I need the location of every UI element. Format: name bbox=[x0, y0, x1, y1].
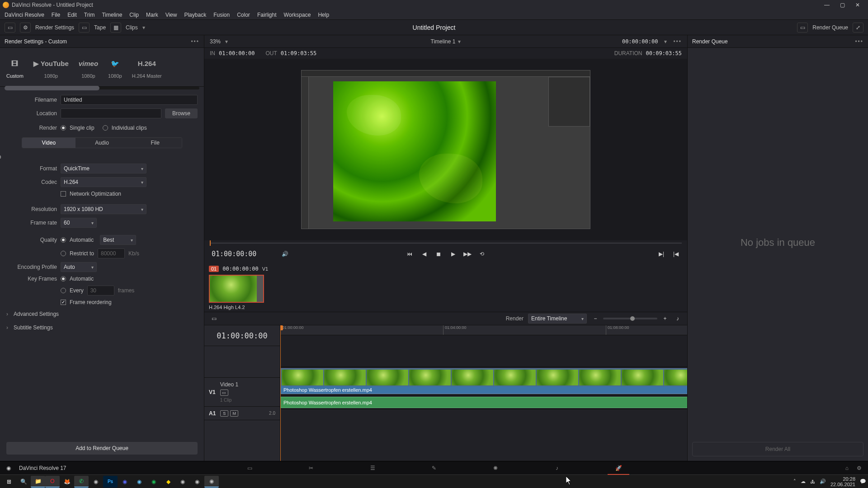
menu-app[interactable]: DaVinci Resolve bbox=[2, 11, 47, 19]
loop-icon[interactable]: ⟲ bbox=[478, 250, 486, 258]
close-button[interactable]: ✕ bbox=[850, 0, 865, 9]
first-frame-icon[interactable]: ⏮ bbox=[406, 250, 414, 258]
minimize-button[interactable]: — bbox=[819, 0, 835, 9]
mark-out-icon[interactable]: |◀ bbox=[672, 250, 680, 258]
individual-clips-radio[interactable] bbox=[103, 125, 108, 131]
v1-track[interactable]: Photoshop Wassertropfen erstellen.mp4 bbox=[280, 367, 687, 396]
page-fairlight[interactable]: ♪ bbox=[544, 461, 570, 475]
steam-icon[interactable]: ◉ bbox=[132, 476, 146, 488]
clip-index[interactable]: 01 bbox=[209, 266, 219, 272]
menu-clip[interactable]: Clip bbox=[127, 11, 142, 19]
tray-chevron-icon[interactable]: ˄ bbox=[793, 479, 796, 484]
export-video-label[interactable]: Export Video bbox=[0, 154, 1, 160]
queue-menu-icon[interactable]: ••• bbox=[855, 38, 863, 45]
menu-fairlight[interactable]: Fairlight bbox=[255, 11, 279, 19]
preset-h264[interactable]: H.264 H.264 Master bbox=[132, 56, 162, 79]
a1-track[interactable]: Photoshop Wassertropfen erstellen.mp4 bbox=[280, 396, 687, 409]
menu-help[interactable]: Help bbox=[315, 11, 332, 19]
menu-workspace[interactable]: Workspace bbox=[281, 11, 314, 19]
audio-panel-icon[interactable]: ♪ bbox=[674, 314, 682, 323]
restrict-radio[interactable] bbox=[61, 251, 66, 256]
preset-custom[interactable]: 🎞 Custom bbox=[6, 56, 24, 79]
playhead[interactable] bbox=[280, 325, 281, 461]
page-media[interactable]: ▭ bbox=[237, 461, 262, 475]
tray-volume-icon[interactable]: 🔊 bbox=[820, 479, 826, 484]
single-clip-label[interactable]: Single clip bbox=[70, 125, 94, 131]
app-icon-4[interactable]: ◉ bbox=[190, 476, 204, 488]
location-input[interactable] bbox=[61, 108, 161, 118]
kf-every-radio[interactable] bbox=[61, 288, 66, 293]
clips-dropdown-icon[interactable]: ▾ bbox=[142, 24, 145, 31]
single-clip-radio[interactable] bbox=[61, 125, 66, 131]
viewer-menu-icon[interactable]: ••• bbox=[673, 38, 682, 45]
tab-file[interactable]: File bbox=[128, 138, 182, 148]
encprof-select[interactable]: Auto bbox=[61, 262, 97, 272]
timeline-tracks[interactable]: 01:00:00:00 01:04:00:00 01:08:00:00 Phot… bbox=[280, 325, 687, 461]
tray-notifications-icon[interactable]: 💬 bbox=[860, 479, 866, 484]
clips-icon[interactable]: ▦ bbox=[110, 23, 121, 33]
zoom-dropdown-icon[interactable]: ▾ bbox=[225, 38, 228, 45]
resolve-taskbar-icon[interactable]: ◉ bbox=[204, 476, 219, 488]
time-ruler[interactable]: 01:00:00:00 01:04:00:00 01:08:00:00 bbox=[280, 325, 687, 335]
page-cut[interactable]: ✂ bbox=[298, 461, 324, 475]
home-icon[interactable]: ⌂ bbox=[845, 465, 849, 471]
stop-icon[interactable]: ◼ bbox=[434, 250, 443, 258]
scrub-playhead[interactable] bbox=[210, 240, 211, 246]
kf-auto-radio[interactable] bbox=[61, 276, 66, 282]
prev-frame-icon[interactable]: ◀ bbox=[420, 250, 428, 258]
advanced-settings-expand[interactable]: Advanced Settings bbox=[6, 309, 198, 319]
render-all-button[interactable]: Render All bbox=[692, 442, 863, 456]
whatsapp-icon[interactable]: ✆ bbox=[74, 476, 89, 488]
discord-icon[interactable]: ◉ bbox=[118, 476, 132, 488]
tray-datetime[interactable]: 20:28 22.06.2021 bbox=[830, 476, 855, 487]
tape-icon[interactable]: ▭ bbox=[79, 23, 90, 33]
tl-tools-icon[interactable]: ▭ bbox=[210, 314, 218, 323]
workspace-layout-icon[interactable]: ▭ bbox=[5, 23, 15, 33]
quality-auto-label[interactable]: Automatic bbox=[70, 237, 94, 243]
transport-tc[interactable]: 01:00:00:00 bbox=[212, 250, 256, 258]
play-icon[interactable]: ▶ bbox=[449, 250, 457, 258]
filename-input[interactable]: Untitled bbox=[61, 95, 198, 105]
quality-best-select[interactable]: Best bbox=[100, 235, 136, 245]
menu-color[interactable]: Color bbox=[234, 11, 253, 19]
frame-reorder-label[interactable]: Frame reordering bbox=[70, 299, 112, 305]
browse-button[interactable]: Browse bbox=[165, 108, 198, 118]
restrict-input[interactable]: 80000 bbox=[98, 249, 125, 258]
tab-audio[interactable]: Audio bbox=[75, 138, 129, 148]
opera-icon[interactable]: O bbox=[45, 476, 60, 488]
app-icon-3[interactable]: ◉ bbox=[175, 476, 190, 488]
zoom-out-icon[interactable]: − bbox=[591, 314, 599, 323]
page-color[interactable]: ✺ bbox=[483, 461, 508, 475]
quality-auto-radio[interactable] bbox=[61, 237, 66, 243]
menu-view[interactable]: View bbox=[163, 11, 180, 19]
zoom-level[interactable]: 33% bbox=[210, 38, 221, 45]
explorer-icon[interactable]: 📁 bbox=[31, 476, 45, 488]
page-deliver[interactable]: 🚀 bbox=[606, 461, 631, 475]
netopt-label[interactable]: Network Optimization bbox=[70, 191, 121, 197]
add-to-queue-button[interactable]: Add to Render Queue bbox=[6, 442, 198, 455]
chrome-icon[interactable]: ◉ bbox=[89, 476, 103, 488]
zoom-in-icon[interactable]: + bbox=[661, 314, 669, 323]
subtitle-settings-expand[interactable]: Subtitle Settings bbox=[6, 323, 198, 333]
app-icon-2[interactable]: ◆ bbox=[161, 476, 175, 488]
menu-edit[interactable]: Edit bbox=[65, 11, 80, 19]
app-icon-1[interactable]: ◉ bbox=[146, 476, 161, 488]
tab-video[interactable]: Video bbox=[22, 138, 75, 148]
render-settings-label[interactable]: Render Settings bbox=[35, 24, 74, 31]
v1-toggle-icon[interactable]: ▭ bbox=[220, 389, 228, 396]
volume-icon[interactable]: 🔊 bbox=[281, 250, 289, 258]
video-clip[interactable]: Photoshop Wassertropfen erstellen.mp4 bbox=[280, 368, 687, 394]
menu-trim[interactable]: Trim bbox=[81, 11, 98, 19]
search-icon[interactable]: 🔍 bbox=[16, 476, 31, 488]
out-tc[interactable]: 01:09:03:55 bbox=[281, 50, 316, 56]
firefox-icon[interactable]: 🦊 bbox=[60, 476, 74, 488]
codec-select[interactable]: H.264 bbox=[61, 177, 146, 187]
timeline-dropdown-icon[interactable]: ▾ bbox=[458, 38, 461, 45]
viewer-tc-right[interactable]: 00:00:00:00 bbox=[622, 38, 658, 45]
a1-mute-icon[interactable]: M bbox=[230, 410, 238, 417]
kf-every-label[interactable]: Every bbox=[70, 287, 84, 294]
tape-label[interactable]: Tape bbox=[94, 24, 106, 31]
timeline-name[interactable]: Timeline 1 bbox=[431, 38, 456, 45]
clips-label[interactable]: Clips bbox=[126, 24, 138, 31]
kf-every-input[interactable]: 30 bbox=[87, 286, 114, 296]
